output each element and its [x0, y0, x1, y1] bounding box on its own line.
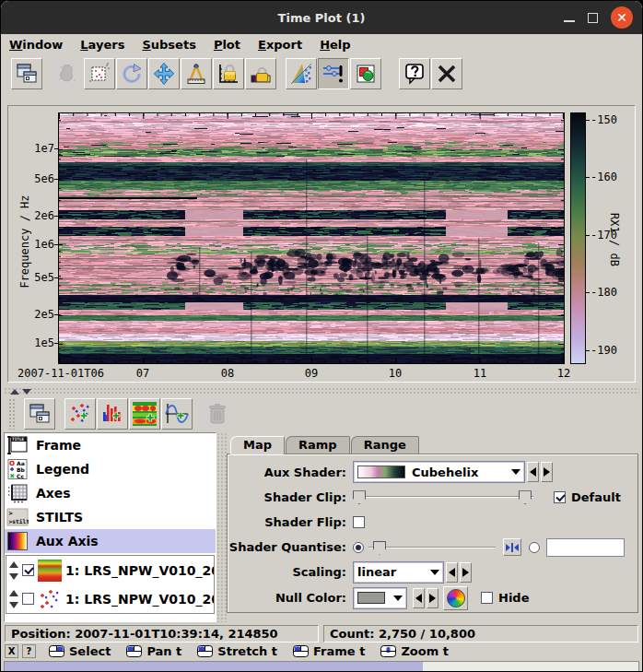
titlebar[interactable]: Time Plot (1) ✕ — [1, 1, 642, 34]
scaling-label: Scaling: — [228, 565, 353, 579]
menubar: Window Layers Subsets Plot Export Help — [1, 34, 642, 55]
quantise-value-radio[interactable] — [529, 542, 540, 553]
colorbar-tick: -190 — [590, 344, 617, 357]
null-color-prev-button[interactable] — [413, 588, 425, 608]
scaling-prev-button[interactable] — [446, 562, 458, 583]
list-item-aux-axis[interactable]: Aux Axis — [5, 529, 216, 553]
y-tick: 1e7 — [14, 142, 54, 155]
shader-clip-slider[interactable] — [353, 489, 533, 505]
quantise-slider[interactable] — [368, 539, 496, 556]
add-spectrogram-layer-button[interactable] — [129, 398, 160, 430]
null-color-combo[interactable] — [353, 587, 407, 609]
menu-export[interactable]: Export — [258, 38, 302, 52]
help-button[interactable] — [399, 58, 430, 89]
sketch-plot-button[interactable] — [286, 58, 317, 89]
nav-action-stretch: Stretch t — [197, 644, 277, 658]
list-item-frame[interactable]: TITLE Frame — [5, 433, 216, 457]
menu-window[interactable]: Window — [9, 38, 63, 52]
tab-range[interactable]: Range — [351, 436, 419, 454]
quantise-snap-button[interactable] — [503, 538, 521, 556]
shader-quantise-row: Shader Quantise: — [228, 536, 637, 559]
shader-clip-row: Shader Clip: Default — [228, 486, 637, 508]
time-plot-window: Time Plot (1) ✕ Window Layers Subsets Pl… — [0, 0, 643, 672]
add-function-layer-button[interactable] — [161, 398, 193, 430]
lock-axes-button[interactable] — [213, 58, 244, 89]
close-x-icon — [435, 62, 459, 86]
y-tick: 2e6 — [14, 209, 54, 222]
scaling-next-button[interactable] — [460, 562, 472, 583]
point-subset-button[interactable] — [84, 58, 115, 89]
help-icon — [403, 62, 427, 86]
shader-prev-button[interactable] — [527, 462, 539, 482]
quantise-thumb[interactable] — [373, 541, 386, 555]
replot-button[interactable] — [116, 58, 147, 89]
clip-high-thumb[interactable] — [519, 490, 532, 504]
menu-layers[interactable]: Layers — [80, 38, 124, 52]
add-scatter-layer-button[interactable] — [64, 398, 96, 430]
aux-axis-icon — [6, 531, 29, 551]
lock-aux-button[interactable] — [245, 58, 276, 89]
toolbar-grip[interactable] — [8, 398, 16, 430]
shader-next-button[interactable] — [541, 462, 553, 482]
delete-layer-button — [202, 398, 233, 430]
colorbar-tick: -150 — [590, 113, 617, 126]
layer-row-spectrogram[interactable]: 1: LRS_NPW_V010_20071 — [6, 556, 214, 584]
quantise-slider-radio[interactable] — [353, 542, 364, 553]
quantise-value-field[interactable] — [546, 538, 625, 557]
close-window-button[interactable] — [431, 58, 462, 89]
spectrogram-canvas[interactable] — [58, 112, 565, 364]
hide-checkbox[interactable] — [481, 592, 493, 604]
shader-flip-checkbox[interactable] — [353, 516, 365, 528]
shader-flip-label: Shader Flip: — [228, 515, 353, 529]
chevron-down-icon — [393, 595, 403, 601]
export-image-button[interactable] — [350, 58, 381, 89]
nav-close-button[interactable]: X — [5, 644, 18, 658]
menu-help[interactable]: Help — [320, 38, 350, 52]
measure-button[interactable] — [181, 58, 212, 89]
list-item-label: Legend — [36, 462, 89, 477]
add-histogram-layer-button[interactable] — [97, 398, 128, 430]
nav-help-button[interactable]: ? — [22, 644, 36, 658]
tab-ramp[interactable]: Ramp — [286, 436, 350, 454]
plot-window-button-2[interactable] — [24, 398, 55, 430]
collapse-up-icon[interactable] — [10, 389, 19, 395]
maximize-icon[interactable] — [588, 13, 598, 23]
point-subset-icon — [88, 62, 111, 86]
aux-shader-combo[interactable]: Cubehelix — [353, 461, 525, 483]
default-checkbox[interactable] — [554, 491, 566, 503]
arrow-left-icon — [449, 568, 455, 577]
plot-window-button[interactable] — [11, 58, 42, 89]
hide-label: Hide — [498, 591, 529, 605]
menu-plot[interactable]: Plot — [214, 38, 240, 52]
arrow-right-icon — [462, 568, 469, 577]
arrow-left-icon — [530, 467, 536, 477]
mouse-left-button-icon — [293, 645, 309, 657]
sliders-alert-button[interactable] — [318, 58, 349, 89]
pan-button[interactable] — [148, 58, 180, 89]
minimize-icon[interactable] — [564, 20, 575, 22]
tab-map[interactable]: Map — [230, 436, 285, 454]
layer-visible-checkbox[interactable] — [22, 564, 34, 576]
layer-row-scatter[interactable]: 1: LRS_NPW_V010_20071 — [6, 584, 214, 613]
collapse-down-icon[interactable] — [22, 389, 31, 395]
null-color-next-button[interactable] — [427, 588, 438, 608]
close-icon[interactable]: ✕ — [611, 6, 633, 29]
drag-handle-icon[interactable] — [8, 560, 19, 581]
list-item-stilts[interactable]: > >stilts STILTS — [5, 505, 216, 529]
layer-visible-checkbox[interactable] — [22, 593, 34, 605]
colorbar-canvas — [570, 112, 586, 364]
aux-shader-value: Cubehelix — [412, 466, 478, 479]
drag-handle-icon[interactable] — [8, 589, 19, 609]
list-item-axes[interactable]: Axes — [5, 481, 216, 505]
bottom-split: TITLE Frame Aa Bb Cc Legend — [4, 432, 639, 622]
split-divider[interactable] — [4, 387, 639, 395]
menu-subsets[interactable]: Subsets — [142, 38, 195, 52]
x-tick: 10 — [389, 367, 402, 380]
color-chooser-button[interactable] — [443, 586, 468, 610]
list-item-legend[interactable]: Aa Bb Cc Legend — [5, 457, 216, 481]
scaling-combo[interactable]: linear — [353, 561, 444, 584]
cubehelix-swatch — [357, 466, 405, 478]
clip-low-thumb[interactable] — [353, 490, 366, 504]
vertical-splitter[interactable] — [216, 432, 227, 622]
nav-action-select: Select — [49, 644, 111, 658]
